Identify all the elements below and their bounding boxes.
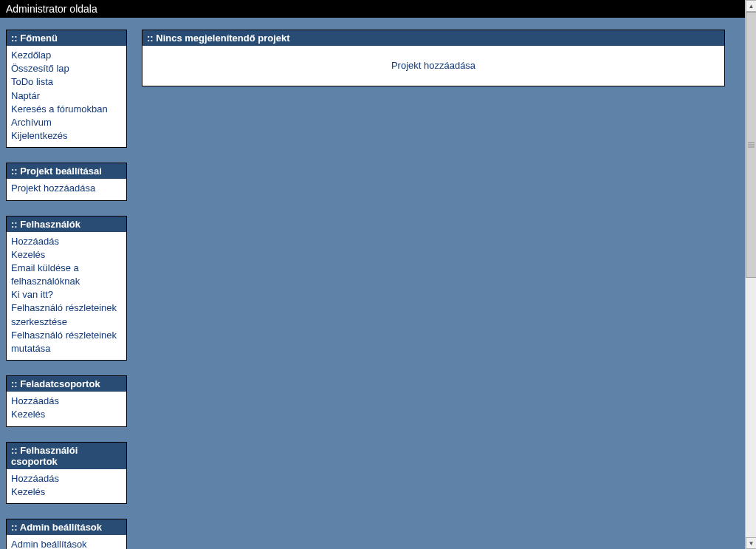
nav-link-kezeles[interactable]: Kezelés bbox=[11, 248, 122, 262]
nav-link-kereses[interactable]: Keresés a fórumokban bbox=[11, 103, 122, 116]
main-panel-projekt: :: Nincs megjelenítendő projekt Projekt … bbox=[142, 30, 725, 86]
nav-link-todo[interactable]: ToDo lista bbox=[11, 75, 122, 89]
nav-link-hozzaadas[interactable]: Hozzáadás bbox=[11, 472, 122, 485]
vertical-scrollbar[interactable]: ▲ ▼ bbox=[745, 0, 756, 549]
panel-body: Hozzáadás Kezelés bbox=[7, 392, 126, 426]
page-title: Administrator oldala bbox=[6, 3, 97, 15]
nav-link-naptar[interactable]: Naptár bbox=[11, 89, 122, 103]
nav-link-reszletek-mutatas[interactable]: Felhasználó részleteinek mutatása bbox=[11, 329, 122, 355]
nav-link-osszesito[interactable]: Összesítő lap bbox=[11, 62, 122, 75]
sidebar: :: Főmenü Kezdőlap Összesítő lap ToDo li… bbox=[6, 30, 127, 549]
panel-header: :: Főmenü bbox=[7, 30, 126, 46]
page-wrap: :: Főmenü Kezdőlap Összesítő lap ToDo li… bbox=[0, 18, 756, 549]
nav-link-kijelentkezes[interactable]: Kijelentkezés bbox=[11, 129, 122, 143]
page-header: Administrator oldala bbox=[0, 0, 756, 18]
panel-body: Projekt hozzáadása bbox=[142, 46, 724, 86]
scroll-grip-icon bbox=[748, 141, 755, 149]
panel-header: :: Felhasználói csoportok bbox=[7, 443, 126, 469]
panel-header: :: Nincs megjelenítendő projekt bbox=[142, 30, 724, 46]
nav-link-hozzaadas[interactable]: Hozzáadás bbox=[11, 395, 122, 408]
panel-header: :: Admin beállítások bbox=[7, 519, 126, 535]
sidebar-panel-felh-csoportok: :: Felhasználói csoportok Hozzáadás Keze… bbox=[6, 442, 127, 504]
scroll-up-icon[interactable]: ▲ bbox=[746, 0, 756, 12]
nav-link-kezdolap[interactable]: Kezdőlap bbox=[11, 49, 122, 62]
panel-header: :: Projekt beállításai bbox=[7, 163, 126, 179]
add-project-link[interactable]: Projekt hozzáadása bbox=[391, 60, 475, 71]
panel-body: Admin beállítások bbox=[7, 535, 126, 549]
nav-link-archivum[interactable]: Archívum bbox=[11, 116, 122, 129]
panel-body: Hozzáadás Kezelés bbox=[7, 469, 126, 503]
nav-link-kezeles[interactable]: Kezelés bbox=[11, 485, 122, 499]
panel-body: Hozzáadás Kezelés Email küldése a felhas… bbox=[7, 232, 126, 361]
sidebar-panel-fomenu: :: Főmenü Kezdőlap Összesítő lap ToDo li… bbox=[6, 30, 127, 148]
panel-body: Projekt hozzáadása bbox=[7, 179, 126, 200]
panel-body: Kezdőlap Összesítő lap ToDo lista Naptár… bbox=[7, 46, 126, 147]
panel-header: :: Felhasználók bbox=[7, 216, 126, 232]
main-content: :: Nincs megjelenítendő projekt Projekt … bbox=[142, 30, 725, 101]
scroll-thumb[interactable] bbox=[746, 12, 756, 278]
sidebar-panel-felhasznalok: :: Felhasználók Hozzáadás Kezelés Email … bbox=[6, 216, 127, 361]
nav-link-kezeles[interactable]: Kezelés bbox=[11, 408, 122, 421]
nav-link-reszletek-szerkesztes[interactable]: Felhasználó részleteinek szerkesztése bbox=[11, 301, 122, 328]
nav-link-email-kuldese[interactable]: Email küldése a felhasználóknak bbox=[11, 262, 122, 288]
sidebar-panel-projekt: :: Projekt beállításai Projekt hozzáadás… bbox=[6, 163, 127, 200]
nav-link-admin-beallitasok[interactable]: Admin beállítások bbox=[11, 538, 122, 549]
sidebar-panel-feladatcsoportok: :: Feladatcsoportok Hozzáadás Kezelés bbox=[6, 375, 127, 426]
nav-link-ki-van-itt[interactable]: Ki van itt? bbox=[11, 288, 122, 301]
panel-header: :: Feladatcsoportok bbox=[7, 376, 126, 392]
sidebar-panel-admin: :: Admin beállítások Admin beállítások bbox=[6, 519, 127, 549]
nav-link-projekt-hozzaadasa[interactable]: Projekt hozzáadása bbox=[11, 182, 122, 195]
scroll-down-icon[interactable]: ▼ bbox=[746, 537, 756, 549]
nav-link-hozzaadas[interactable]: Hozzáadás bbox=[11, 235, 122, 248]
